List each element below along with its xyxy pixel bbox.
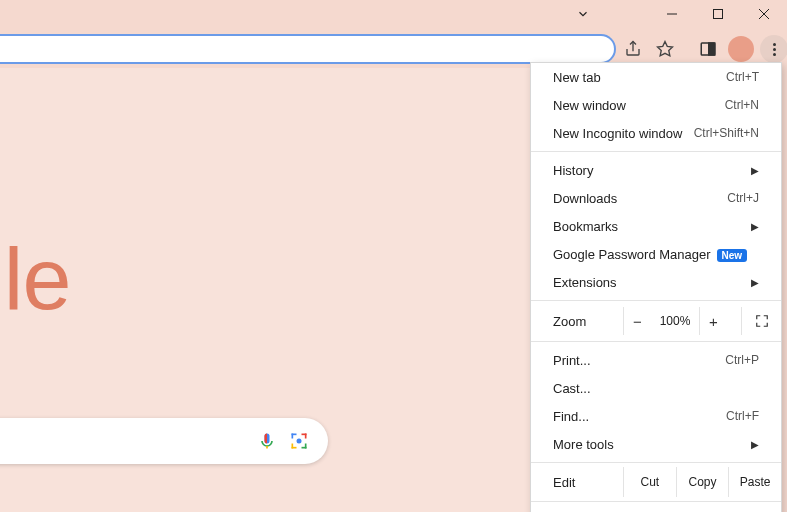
menu-item-cast[interactable]: Cast... <box>531 374 781 402</box>
close-button[interactable] <box>741 0 787 28</box>
address-bar-actions <box>620 34 678 64</box>
menu-label: Google Password ManagerNew <box>553 247 759 262</box>
menu-separator <box>531 300 781 301</box>
app-menu-button[interactable] <box>760 35 787 63</box>
menu-label: New Incognito window <box>553 126 694 141</box>
menu-label: History <box>553 163 751 178</box>
menu-item-new-tab[interactable]: New tab Ctrl+T <box>531 63 781 91</box>
menu-item-password-manager[interactable]: Google Password ManagerNew <box>531 240 781 268</box>
lens-search-icon[interactable] <box>286 428 312 454</box>
new-tab-page: oogle URL <box>0 68 530 512</box>
submenu-arrow-icon: ▶ <box>751 165 759 176</box>
menu-shortcut: Ctrl+F <box>726 409 759 423</box>
svg-rect-14 <box>292 444 294 449</box>
menu-separator <box>531 341 781 342</box>
menu-item-print[interactable]: Print... Ctrl+P <box>531 346 781 374</box>
zoom-in-button[interactable]: + <box>699 307 727 335</box>
menu-item-settings[interactable]: Settings <box>531 506 781 512</box>
tab-search-chevron[interactable] <box>563 0 603 28</box>
address-bar[interactable] <box>0 34 616 64</box>
svg-rect-7 <box>709 43 715 55</box>
zoom-out-button[interactable]: − <box>623 307 651 335</box>
fullscreen-button[interactable] <box>741 307 781 335</box>
menu-label: Cast... <box>553 381 759 396</box>
menu-separator <box>531 501 781 502</box>
menu-label: Bookmarks <box>553 219 751 234</box>
svg-rect-16 <box>305 444 307 449</box>
submenu-arrow-icon: ▶ <box>751 439 759 450</box>
menu-item-more-tools[interactable]: More tools ▶ <box>531 430 781 458</box>
zoom-label: Zoom <box>553 314 623 329</box>
edit-paste-button[interactable]: Paste <box>728 467 781 497</box>
edit-copy-button[interactable]: Copy <box>676 467 729 497</box>
share-icon[interactable] <box>620 36 646 62</box>
svg-rect-12 <box>305 434 307 439</box>
svg-marker-5 <box>658 42 673 56</box>
menu-shortcut: Ctrl+Shift+N <box>694 126 759 140</box>
svg-rect-8 <box>266 446 268 449</box>
zoom-value: 100% <box>651 314 699 328</box>
new-badge: New <box>717 249 748 262</box>
menu-shortcut: Ctrl+J <box>727 191 759 205</box>
menu-label: More tools <box>553 437 751 452</box>
edit-cut-button[interactable]: Cut <box>623 467 676 497</box>
submenu-arrow-icon: ▶ <box>751 277 759 288</box>
menu-item-extensions[interactable]: Extensions ▶ <box>531 268 781 296</box>
menu-label: Print... <box>553 353 725 368</box>
menu-shortcut: Ctrl+P <box>725 353 759 367</box>
svg-point-17 <box>297 439 302 444</box>
search-placeholder: URL <box>0 433 248 450</box>
menu-item-bookmarks[interactable]: Bookmarks ▶ <box>531 212 781 240</box>
menu-item-downloads[interactable]: Downloads Ctrl+J <box>531 184 781 212</box>
menu-label: Downloads <box>553 191 727 206</box>
app-menu: New tab Ctrl+T New window Ctrl+N New Inc… <box>530 62 782 512</box>
menu-label: Extensions <box>553 275 751 290</box>
maximize-button[interactable] <box>695 0 741 28</box>
bookmark-star-icon[interactable] <box>652 36 678 62</box>
window-controls <box>649 0 787 28</box>
menu-separator <box>531 462 781 463</box>
menu-item-edit: Edit Cut Copy Paste <box>531 467 781 497</box>
submenu-arrow-icon: ▶ <box>751 221 759 232</box>
google-logo: oogle <box>0 228 70 330</box>
toolbar-right <box>694 34 787 64</box>
svg-rect-1 <box>714 10 723 19</box>
kebab-icon <box>773 43 776 56</box>
menu-label: New tab <box>553 70 726 85</box>
menu-label: New window <box>553 98 725 113</box>
voice-search-icon[interactable] <box>254 428 280 454</box>
svg-rect-10 <box>292 434 294 439</box>
menu-label: Find... <box>553 409 726 424</box>
menu-item-find[interactable]: Find... Ctrl+F <box>531 402 781 430</box>
profile-avatar[interactable] <box>728 36 754 62</box>
minimize-button[interactable] <box>649 0 695 28</box>
menu-item-new-window[interactable]: New window Ctrl+N <box>531 91 781 119</box>
search-box[interactable]: URL <box>0 418 328 464</box>
menu-item-history[interactable]: History ▶ <box>531 156 781 184</box>
menu-item-zoom: Zoom − 100% + <box>531 305 781 337</box>
menu-separator <box>531 151 781 152</box>
menu-item-new-incognito[interactable]: New Incognito window Ctrl+Shift+N <box>531 119 781 147</box>
menu-shortcut: Ctrl+T <box>726 70 759 84</box>
side-panel-icon[interactable] <box>694 35 722 63</box>
menu-shortcut: Ctrl+N <box>725 98 759 112</box>
edit-label: Edit <box>553 475 623 490</box>
